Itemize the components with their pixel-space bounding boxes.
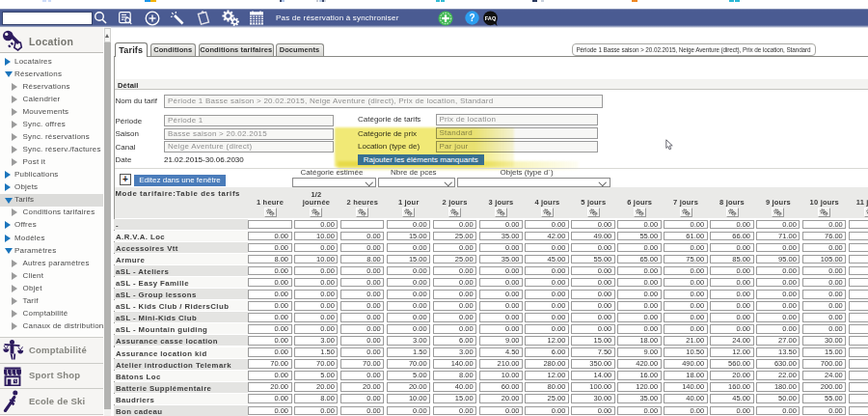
svg-text:FAQ: FAQ: [485, 15, 497, 21]
svg-text:?: ?: [469, 13, 475, 23]
